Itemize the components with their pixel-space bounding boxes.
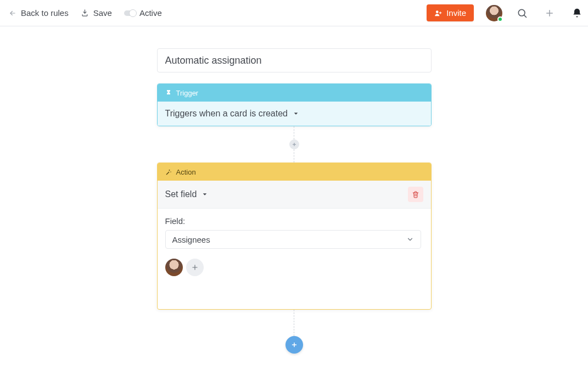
caret-down-icon <box>293 111 299 116</box>
connector-trigger-action <box>294 126 294 163</box>
rule-canvas: Trigger Triggers when a card is created … <box>0 26 588 375</box>
trigger-section-label: Trigger <box>176 89 199 97</box>
field-select[interactable]: Assignees <box>165 230 421 249</box>
invite-button[interactable]: Invite <box>427 4 474 21</box>
add-button[interactable] <box>542 5 557 21</box>
current-user-avatar[interactable] <box>486 5 502 21</box>
caret-down-icon <box>202 192 208 197</box>
svg-point-1 <box>518 9 525 16</box>
save-button[interactable]: Save <box>81 8 112 18</box>
trigger-header: Trigger <box>158 84 431 102</box>
active-toggle[interactable]: Active <box>124 8 162 18</box>
bell-icon <box>572 8 583 19</box>
topbar-right: Invite <box>427 4 581 21</box>
connector-add-node[interactable] <box>289 139 299 149</box>
back-label: Back to rules <box>21 8 69 18</box>
back-to-rules-link[interactable]: Back to rules <box>9 8 69 18</box>
hourglass-icon <box>165 89 172 96</box>
delete-action-button[interactable] <box>408 187 423 202</box>
chevron-down-icon <box>406 236 414 243</box>
svg-point-0 <box>436 10 439 13</box>
field-selected-value: Assignees <box>172 235 210 244</box>
assignee-avatar[interactable] <box>165 259 183 276</box>
plus-icon <box>191 264 199 271</box>
action-section-label: Action <box>176 168 196 176</box>
online-indicator <box>497 16 503 22</box>
arrow-left-icon <box>9 9 16 17</box>
search-icon <box>517 8 528 19</box>
field-label: Field: <box>165 216 423 226</box>
assignee-row <box>165 259 423 276</box>
trigger-type-select[interactable]: Triggers when a card is created <box>158 102 431 126</box>
notifications-button[interactable] <box>569 5 585 21</box>
topbar: Back to rules Save Active Invite <box>0 0 588 26</box>
plus-small-icon <box>292 142 297 147</box>
action-type-row: Set field <box>158 181 431 209</box>
active-label: Active <box>139 8 162 18</box>
add-step-button[interactable] <box>285 336 303 354</box>
rule-title-input[interactable] <box>157 48 432 72</box>
topbar-left: Back to rules Save Active <box>9 8 162 18</box>
toggle-track <box>124 10 135 16</box>
action-header: Action <box>158 163 431 181</box>
connector-line <box>294 149 294 163</box>
trash-icon <box>412 191 419 198</box>
search-button[interactable] <box>514 5 530 21</box>
user-plus-icon <box>434 9 442 17</box>
save-label: Save <box>93 8 112 18</box>
action-selected-label: Set field <box>165 189 197 199</box>
plus-icon <box>545 8 555 18</box>
trigger-selected-label: Triggers when a card is created <box>165 109 288 119</box>
invite-label: Invite <box>446 8 466 18</box>
wand-icon <box>165 169 172 175</box>
plus-icon <box>290 341 298 349</box>
connector-line <box>294 126 294 139</box>
trigger-block: Trigger Triggers when a card is created <box>157 83 432 126</box>
action-block: Action Set field Field: Assignees <box>157 163 432 310</box>
add-assignee-button[interactable] <box>186 259 204 276</box>
connector-line <box>294 310 294 336</box>
action-type-select[interactable]: Set field <box>165 189 208 199</box>
toggle-knob <box>129 9 137 17</box>
download-icon <box>81 9 89 17</box>
action-body: Field: Assignees <box>158 209 431 309</box>
connector-action-add <box>294 310 294 354</box>
